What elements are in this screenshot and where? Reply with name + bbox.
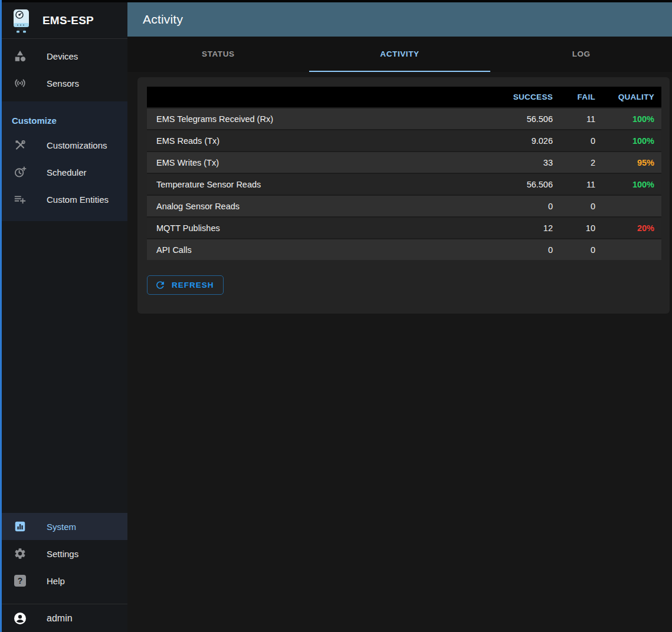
success-value: 56.506 [482, 114, 553, 124]
metric-name: EMS Telegrams Received (Rx) [147, 114, 482, 124]
sidebar-item-label: Customizations [47, 140, 107, 150]
sidebar-item-custom-entities[interactable]: Custom Entities [0, 186, 127, 213]
table-row: MQTT Publishes 12 10 20% [147, 216, 661, 238]
gear-icon [13, 547, 27, 561]
refresh-button[interactable]: REFRESH [147, 275, 224, 295]
page-title: Activity [143, 12, 183, 27]
fail-value: 0 [553, 245, 595, 255]
activity-table: SUCCESS FAIL QUALITY EMS Telegrams Recei… [147, 87, 661, 260]
sidebar-item-label: Custom Entities [47, 195, 109, 205]
customize-section: Customize Customizations [0, 101, 127, 221]
sidebar-item-sensors[interactable]: Sensors [0, 70, 127, 97]
sidebar-item-label: Sensors [47, 78, 79, 88]
sidebar-item-label: Scheduler [47, 167, 87, 177]
playlist-add-icon [13, 192, 27, 206]
sidebar-item-system[interactable]: System [0, 513, 127, 540]
success-value: 0 [482, 245, 553, 255]
customize-section-header: Customize [0, 106, 127, 131]
success-value: 12 [482, 223, 553, 233]
activity-panel: SUCCESS FAIL QUALITY EMS Telegrams Recei… [137, 77, 670, 314]
bar-chart-icon [13, 519, 27, 534]
refresh-button-label: REFRESH [172, 281, 214, 289]
tab-bar: STATUS ACTIVITY LOG [127, 37, 672, 72]
table-row: Analog Sensor Reads 0 0 [147, 195, 661, 216]
sidebar-item-customizations[interactable]: Customizations [0, 131, 127, 159]
app-bar: Activity [127, 2, 672, 37]
quality-value: 20% [595, 223, 661, 233]
table-row: EMS Reads (Tx) 9.026 0 100% [147, 129, 661, 151]
sidebar-item-label: System [47, 522, 76, 532]
fail-value: 0 [553, 202, 595, 211]
sidebar-item-help[interactable]: ? Help [0, 567, 127, 594]
app-title: EMS-ESP [42, 14, 94, 27]
fail-value: 11 [553, 114, 595, 124]
metric-name: Analog Sensor Reads [147, 202, 482, 211]
help-icon: ? [13, 574, 27, 588]
sidebar-item-devices[interactable]: Devices [0, 42, 127, 70]
refresh-icon [155, 279, 166, 291]
devices-icon [13, 49, 27, 63]
metric-name: API Calls [147, 245, 482, 255]
metric-name: EMS Writes (Tx) [147, 158, 482, 167]
sensors-icon [13, 76, 27, 90]
user-name: admin [47, 613, 73, 624]
column-header-fail: FAIL [553, 93, 595, 101]
metric-name: Temperature Sensor Reads [147, 180, 482, 189]
tab-log[interactable]: LOG [490, 37, 672, 72]
sidebar: EMS-ESP Devices Sensors [0, 2, 127, 632]
quality-value: 100% [595, 114, 661, 124]
quality-value: 95% [595, 158, 661, 167]
sidebar-item-settings[interactable]: Settings [0, 540, 127, 567]
boiler-logo-icon [11, 8, 32, 34]
success-value: 33 [482, 158, 553, 167]
success-value: 9.026 [482, 136, 553, 146]
main-content: Activity STATUS ACTIVITY LOG SUCCESS FAI… [127, 2, 672, 632]
sidebar-header: EMS-ESP [0, 2, 127, 39]
table-row: EMS Writes (Tx) 33 2 95% [147, 151, 661, 173]
quality-value: 100% [595, 180, 661, 189]
tab-activity[interactable]: ACTIVITY [309, 37, 491, 72]
table-row: Temperature Sensor Reads 56.506 11 100% [147, 173, 661, 195]
fail-value: 10 [553, 223, 595, 233]
tab-status[interactable]: STATUS [127, 37, 309, 72]
column-header-success: SUCCESS [482, 93, 553, 101]
fail-value: 0 [553, 136, 595, 146]
sidebar-item-label: Settings [47, 549, 78, 559]
top-edge-strip [0, 0, 672, 2]
sidebar-user-admin[interactable]: admin [0, 604, 127, 632]
sidebar-item-label: Devices [47, 51, 78, 61]
account-icon [13, 611, 27, 626]
sidebar-item-label: Help [47, 576, 65, 586]
table-row: EMS Telegrams Received (Rx) 56.506 11 10… [147, 107, 661, 129]
clock-plus-icon [13, 165, 27, 179]
success-value: 56.506 [482, 180, 553, 189]
success-value: 0 [482, 202, 553, 211]
column-header-quality: QUALITY [595, 93, 661, 101]
tools-icon [13, 138, 27, 152]
fail-value: 11 [553, 180, 595, 189]
sidebar-item-scheduler[interactable]: Scheduler [0, 159, 127, 186]
quality-value: 100% [595, 136, 661, 146]
table-header-row: SUCCESS FAIL QUALITY [147, 87, 661, 107]
table-body: EMS Telegrams Received (Rx) 56.506 11 10… [147, 107, 661, 260]
metric-name: EMS Reads (Tx) [147, 136, 482, 146]
metric-name: MQTT Publishes [147, 223, 482, 233]
table-row: API Calls 0 0 [147, 238, 661, 260]
fail-value: 2 [553, 158, 595, 167]
left-edge-line [0, 0, 2, 632]
